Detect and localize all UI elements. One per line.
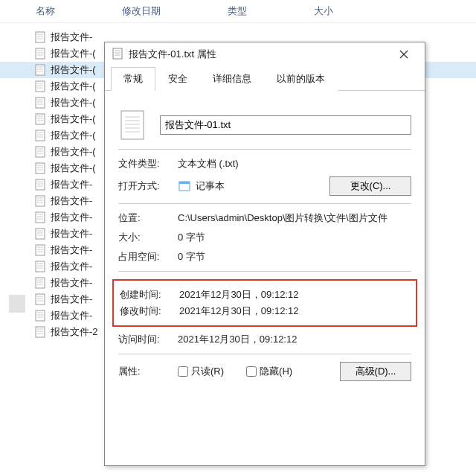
label-attributes: 属性: (118, 365, 178, 378)
text-file-icon (34, 244, 46, 256)
file-name: 报告文件- (51, 293, 92, 306)
col-type[interactable]: 类型 (228, 4, 247, 18)
file-name: 报告文件-( (51, 63, 96, 77)
svg-rect-20 (36, 114, 45, 124)
label-filetype: 文件类型: (118, 157, 178, 170)
tab-security[interactable]: 安全 (155, 67, 200, 91)
file-name: 报告文件-( (51, 162, 96, 175)
tab-general[interactable]: 常规 (111, 67, 155, 91)
label-size: 大小: (118, 231, 178, 244)
svg-rect-28 (36, 147, 45, 157)
svg-rect-32 (36, 163, 45, 173)
text-file-icon (34, 179, 46, 191)
file-list-header: 名称 修改日期 类型 大小 (0, 0, 476, 23)
svg-rect-4 (36, 48, 45, 59)
file-name: 报告文件-( (51, 96, 96, 109)
file-name: 报告文件- (51, 211, 92, 224)
text-file-icon (34, 97, 46, 109)
label-openwith: 打开方式: (118, 179, 178, 193)
svg-rect-68 (36, 310, 45, 321)
file-name: 报告文件- (51, 194, 92, 208)
dialog-content: 文件类型: 文本文档 (.txt) 打开方式: 记事本 更改(C)... 位置:… (105, 91, 425, 465)
file-name: 报告文件-( (51, 129, 96, 142)
text-file-icon (34, 31, 46, 43)
svg-rect-76 (113, 48, 122, 59)
text-file-icon (34, 64, 46, 76)
text-file-icon (34, 277, 46, 289)
col-size[interactable]: 大小 (314, 4, 333, 18)
file-name: 报告文件- (51, 276, 92, 290)
file-name: 报告文件-( (51, 112, 96, 126)
svg-rect-89 (179, 182, 190, 184)
text-file-icon (34, 48, 46, 60)
col-modified[interactable]: 修改日期 (122, 4, 161, 18)
value-modified: 2021年12月30日，09:12:12 (179, 304, 410, 318)
tab-details[interactable]: 详细信息 (200, 67, 264, 91)
file-name: 报告文件- (51, 31, 92, 44)
value-size: 0 字节 (178, 231, 411, 244)
highlight-box: 创建时间: 2021年12月30日，09:12:12 修改时间: 2021年12… (112, 279, 417, 327)
file-name: 报告文件- (51, 309, 92, 322)
svg-rect-8 (36, 65, 45, 75)
svg-rect-36 (36, 179, 45, 190)
document-icon (112, 48, 123, 62)
text-file-icon (34, 228, 46, 240)
text-file-icon (34, 113, 46, 125)
file-name: 报告文件-( (51, 47, 96, 60)
svg-rect-12 (36, 81, 45, 92)
change-button[interactable]: 更改(C)... (329, 176, 411, 196)
selection-indicator (9, 295, 25, 313)
readonly-checkbox[interactable]: 只读(R) (178, 365, 224, 378)
hidden-input[interactable] (246, 366, 257, 377)
text-file-icon (34, 80, 46, 92)
tab-previous[interactable]: 以前的版本 (264, 67, 338, 91)
properties-dialog: 报告文件-01.txt 属性 常规 安全 详细信息 以前的版本 文件类型: 文本… (104, 42, 425, 466)
hidden-label: 隐藏(H) (260, 365, 292, 378)
text-file-icon (34, 310, 46, 322)
dialog-title: 报告文件-01.txt 属性 (129, 48, 216, 61)
close-icon (399, 50, 408, 59)
svg-rect-60 (36, 278, 45, 288)
text-file-icon (34, 130, 46, 141)
value-openwith: 记事本 (196, 179, 329, 193)
notepad-icon (178, 179, 191, 193)
readonly-label: 只读(R) (191, 365, 224, 378)
label-modified: 修改时间: (120, 304, 179, 318)
file-name: 报告文件- (51, 260, 92, 273)
svg-rect-40 (36, 196, 45, 206)
value-filetype: 文本文档 (.txt) (178, 157, 411, 170)
titlebar[interactable]: 报告文件-01.txt 属性 (105, 42, 425, 66)
readonly-input[interactable] (178, 366, 188, 377)
close-button[interactable] (390, 44, 417, 65)
text-file-icon (34, 195, 46, 207)
value-created: 2021年12月30日，09:12:12 (179, 288, 410, 302)
hidden-checkbox[interactable]: 隐藏(H) (246, 365, 292, 378)
label-created: 创建时间: (120, 288, 179, 302)
file-name: 报告文件- (51, 178, 92, 191)
svg-rect-24 (36, 130, 45, 141)
filename-input[interactable] (160, 115, 411, 135)
svg-rect-56 (36, 261, 45, 272)
svg-rect-82 (121, 111, 144, 139)
value-accessed: 2021年12月30日，09:12:12 (178, 333, 411, 346)
value-sizeondisk: 0 字节 (178, 250, 411, 264)
svg-rect-0 (36, 32, 45, 42)
svg-rect-16 (36, 98, 45, 108)
file-name: 报告文件-2 (51, 325, 98, 339)
label-accessed: 访问时间: (118, 333, 178, 346)
svg-rect-48 (36, 229, 45, 239)
file-name: 报告文件-( (51, 80, 96, 93)
col-name[interactable]: 名称 (36, 4, 55, 18)
text-file-icon (34, 293, 46, 305)
advanced-button[interactable]: 高级(D)... (340, 362, 411, 381)
svg-rect-44 (36, 212, 45, 223)
file-name: 报告文件- (51, 243, 92, 257)
text-file-icon (34, 261, 46, 272)
svg-rect-64 (36, 294, 45, 304)
text-file-icon (34, 162, 46, 174)
text-file-icon (34, 326, 46, 338)
file-name: 报告文件-( (51, 145, 96, 159)
svg-rect-72 (36, 327, 45, 337)
file-large-icon (118, 109, 147, 141)
label-sizeondisk: 占用空间: (118, 250, 178, 264)
